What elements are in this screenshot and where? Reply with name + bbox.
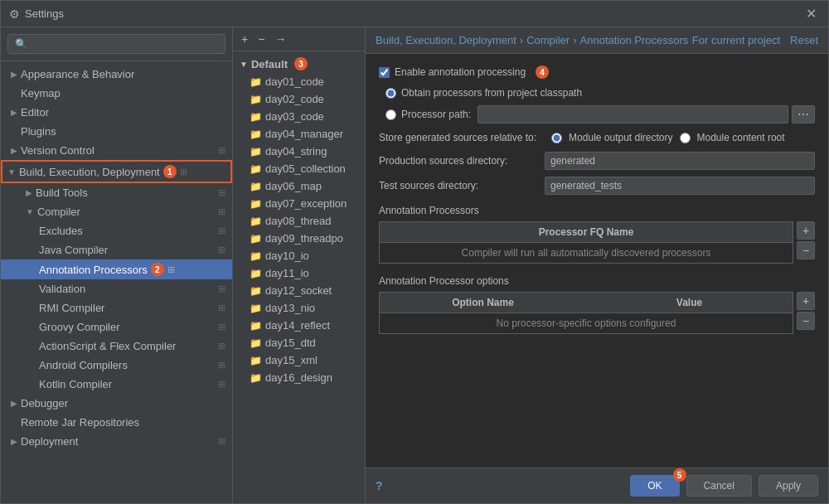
search-input[interactable] xyxy=(7,34,225,54)
sidebar-item-annotation-processors[interactable]: Annotation Processors 2 ⊞ xyxy=(1,259,232,279)
apply-button[interactable]: Apply xyxy=(759,475,818,497)
sidebar-item-java-compiler[interactable]: Java Compiler ⊞ xyxy=(1,240,232,259)
list-item[interactable]: 📁day06_map xyxy=(233,177,365,195)
sidebar-item-groovy-compiler[interactable]: Groovy Compiler ⊞ xyxy=(1,317,232,337)
test-sources-input[interactable] xyxy=(545,177,815,195)
obtain-classpath-label: Obtain processors from project classpath xyxy=(401,87,582,99)
sidebar-item-build-exec[interactable]: ▼ Build, Execution, Deployment 1 ⊞ xyxy=(1,160,232,183)
folder-icon: 📁 xyxy=(250,111,262,123)
production-sources-input[interactable] xyxy=(545,152,815,170)
sidebar-item-label: Compiler xyxy=(37,206,80,218)
processor-path-radio[interactable] xyxy=(385,109,396,120)
sidebar-item-label: Build, Execution, Deployment xyxy=(19,166,160,178)
settings-icon: ⚙ xyxy=(9,7,20,21)
list-item[interactable]: 📁day05_collection xyxy=(233,160,365,177)
list-item[interactable]: 📁day01_code xyxy=(233,73,365,90)
help-button[interactable]: ? xyxy=(376,479,383,492)
sidebar-item-keymap[interactable]: Keymap xyxy=(1,84,232,103)
sync-icon: ⊞ xyxy=(218,225,225,236)
breadcrumb-sep2: › xyxy=(573,34,576,46)
sidebar-item-editor[interactable]: ▶ Editor xyxy=(1,103,232,122)
sidebar-item-label: Groovy Compiler xyxy=(39,321,120,333)
arrow-icon: ▶ xyxy=(11,70,17,79)
sync-icon: ⊞ xyxy=(218,360,225,371)
cancel-button[interactable]: Cancel xyxy=(686,475,752,497)
add-processor-button[interactable]: + xyxy=(797,221,815,240)
processor-placeholder-text: Compiler will run all automatically disc… xyxy=(380,243,793,264)
obtain-classpath-radio[interactable] xyxy=(385,88,396,99)
sidebar-item-version-control[interactable]: ▶ Version Control ⊞ xyxy=(1,141,232,160)
list-item[interactable]: 📁day15_xml xyxy=(233,351,365,369)
sidebar-item-deployment[interactable]: ▶ Deployment ⊞ xyxy=(1,432,232,451)
folder-icon: 📁 xyxy=(250,94,262,105)
arrow-icon: ▼ xyxy=(240,60,248,69)
processor-table-btns: + − xyxy=(797,221,815,264)
sync-icon: ⊞ xyxy=(218,206,225,217)
obtain-classpath-row: Obtain processors from project classpath xyxy=(385,87,815,99)
close-button[interactable]: ✕ xyxy=(802,6,820,22)
sidebar-item-remote-jar[interactable]: Remote Jar Repositories xyxy=(1,413,232,432)
sidebar-item-excludes[interactable]: Excludes ⊞ xyxy=(1,221,232,240)
folder-icon: 📁 xyxy=(250,76,262,88)
browse-button[interactable]: ⋯ xyxy=(792,105,815,124)
options-table-el: Option Name Value No processor-specific … xyxy=(380,293,793,333)
middle-toolbar: + − → xyxy=(233,27,365,51)
list-item[interactable]: 📁day14_reflect xyxy=(233,317,365,334)
bottom-bar: ? OK 5 Cancel Apply xyxy=(366,468,828,503)
sidebar-item-build-tools[interactable]: ▶ Build Tools ⊞ xyxy=(1,183,232,202)
remove-option-button[interactable]: − xyxy=(797,312,815,330)
remove-processor-button[interactable]: − xyxy=(797,241,815,259)
list-item[interactable]: 📁day09_threadpo xyxy=(233,230,365,247)
reset-link[interactable]: Reset xyxy=(790,34,818,46)
module-content-radio[interactable] xyxy=(680,133,691,143)
sidebar-item-android-compilers[interactable]: Android Compilers ⊞ xyxy=(1,356,232,375)
folder-icon: 📁 xyxy=(250,355,262,366)
sidebar-item-rmi-compiler[interactable]: RMI Compiler ⊞ xyxy=(1,298,232,317)
add-option-button[interactable]: + xyxy=(797,292,815,310)
arrow-icon: ▼ xyxy=(26,207,34,216)
add-button[interactable]: + xyxy=(238,31,251,47)
list-item[interactable]: 📁day08_thread xyxy=(233,212,365,230)
list-item[interactable]: 📁day04_manager xyxy=(233,125,365,143)
processor-path-input[interactable] xyxy=(478,105,788,124)
list-item[interactable]: 📁day15_dtd xyxy=(233,334,365,351)
list-item[interactable]: 📁day02_code xyxy=(233,90,365,108)
list-item[interactable]: 📁day04_string xyxy=(233,143,365,160)
list-item[interactable]: 📁day10_io xyxy=(233,247,365,264)
sidebar-item-appearance[interactable]: ▶ Appearance & Behavior xyxy=(1,65,232,84)
sidebar-item-label: Deployment xyxy=(21,435,78,448)
breadcrumb-compiler: Compiler xyxy=(526,34,570,46)
middle-tree-root[interactable]: ▼ Default 3 xyxy=(233,55,365,73)
folder-icon: 📁 xyxy=(250,181,262,192)
ok-button[interactable]: OK xyxy=(630,475,679,497)
remove-button[interactable]: − xyxy=(255,31,268,47)
test-sources-label: Test sources directory: xyxy=(379,180,545,191)
option-name-col: Option Name xyxy=(380,293,586,313)
store-generated-label: Store generated sources relative to: xyxy=(379,132,536,143)
list-item[interactable]: 📁day16_design xyxy=(233,369,365,386)
sidebar-item-label: Debugger xyxy=(21,397,68,410)
options-table-wrapper: Option Name Value No processor-specific … xyxy=(379,292,815,334)
list-item[interactable]: 📁day13_nio xyxy=(233,299,365,317)
sidebar-item-plugins[interactable]: Plugins xyxy=(1,122,232,141)
list-item[interactable]: 📁day12_socket xyxy=(233,282,365,299)
module-output-radio[interactable] xyxy=(551,133,562,143)
list-item[interactable]: 📁day07_exception xyxy=(233,195,365,212)
enable-annotation-row: Enable annotation processing 4 xyxy=(379,65,815,79)
for-current-project-link[interactable]: For current project xyxy=(692,34,780,46)
move-button[interactable]: → xyxy=(271,31,289,47)
sidebar-item-kotlin-compiler[interactable]: Kotlin Compiler ⊞ xyxy=(1,375,232,394)
folder-icon: 📁 xyxy=(250,372,262,384)
list-item[interactable]: 📁day03_code xyxy=(233,108,365,125)
folder-icon: 📁 xyxy=(250,303,262,314)
sidebar-item-validation[interactable]: Validation ⊞ xyxy=(1,279,232,298)
arrow-icon: ▶ xyxy=(11,146,17,155)
annotation-processors-table: Processor FQ Name Compiler will run all … xyxy=(379,221,793,264)
list-item[interactable]: 📁day11_io xyxy=(233,264,365,282)
sidebar-item-debugger[interactable]: ▶ Debugger xyxy=(1,394,232,413)
enable-annotation-checkbox[interactable] xyxy=(379,67,390,78)
folder-icon: 📁 xyxy=(250,233,262,245)
sidebar-item-label: ActionScript & Flex Compiler xyxy=(39,340,176,352)
sidebar-item-compiler[interactable]: ▼ Compiler ⊞ xyxy=(1,202,232,221)
sidebar-item-actionscript[interactable]: ActionScript & Flex Compiler ⊞ xyxy=(1,337,232,356)
